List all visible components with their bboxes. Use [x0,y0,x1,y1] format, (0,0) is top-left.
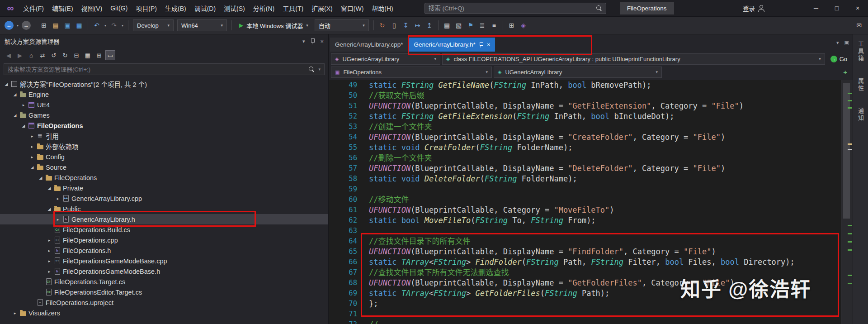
declaration-dropdown[interactable]: ◈ class FILEOPERATIONS_API UGenericArray… [442,53,825,65]
code-line[interactable]: 62static bool MoveFileTo(FString To, FSt… [329,215,841,226]
breakpoint-gutter[interactable] [329,143,337,153]
tree-item[interactable]: ≡FileOperations.uproject [0,297,328,308]
breakpoint-gutter[interactable] [329,278,337,288]
breakpoint-gutter[interactable] [329,195,337,205]
collapsed-arrow-icon[interactable]: ▸ [54,196,61,201]
tree-item[interactable]: ◢Public [0,204,328,214]
expanded-arrow-icon[interactable]: ◢ [11,113,19,118]
redo-caret-icon[interactable]: ▾ [120,20,125,31]
solution-explorer-search-input[interactable] [8,66,305,73]
code-line[interactable]: 55static void CreatFolder(FString Folder… [329,143,841,153]
expanded-arrow-icon[interactable]: ◢ [46,207,53,211]
code-line[interactable]: 51UFUNCTION(BlueprintCallable, DisplayNa… [329,101,841,111]
save-all-icon[interactable]: ▦ [74,20,85,31]
menu-item[interactable]: 分析(N) [249,1,278,15]
breakpoint-gutter[interactable] [329,111,337,122]
solution-explorer-search-box[interactable]: ▾ [4,63,325,75]
type-dropdown[interactable]: ◈ UGenericArrayLibrary ▾ [494,67,662,78]
collapsed-arrow-icon[interactable]: ▸ [28,155,36,159]
breakpoint-gutter[interactable] [329,101,337,111]
breakpoint-gutter[interactable] [329,205,337,215]
docked-tool-tab[interactable]: 工具箱 [856,41,865,62]
tree-item[interactable]: ▸Config [0,152,328,162]
breakpoint-gutter[interactable] [329,174,337,184]
hot-reload-icon[interactable]: ↻ [377,20,388,31]
solution-configuration-combo[interactable]: Develop ▾ [133,19,174,31]
expanded-arrow-icon[interactable]: ◢ [28,165,36,170]
collapsed-arrow-icon[interactable]: ▸ [11,311,19,315]
navigate-back-icon[interactable]: ← [5,21,14,30]
breakpoint-gutter[interactable] [329,163,337,174]
code-line[interactable]: 49static FString GetFileName(FString InP… [329,80,841,91]
code-line[interactable]: 66static TArray<FString> FindFolder(FStr… [329,257,841,267]
tree-item[interactable]: ◢Games [0,110,328,120]
code-line[interactable]: 68UFUNCTION(BlueprintCallable, DisplayNa… [329,278,841,288]
breakpoint-gutter[interactable] [329,236,337,247]
expanded-arrow-icon[interactable]: ◢ [3,82,10,86]
pin-icon[interactable] [479,42,483,48]
tree-item[interactable]: ▸Visualizers [0,308,328,318]
window-position-icon[interactable]: ▾ [302,38,305,44]
breakpoint-gutter[interactable] [329,299,337,309]
code-line[interactable]: 54UFUNCTION(BlueprintCallable, DisplayNa… [329,132,841,143]
step-over-icon[interactable]: ↦ [412,20,423,31]
tree-item[interactable]: ▸hFileOperationsGameModeBase.h [0,266,328,276]
collapse-all-icon[interactable]: ⊟ [71,50,81,60]
breakpoint-gutter[interactable] [329,80,337,91]
code-editor[interactable]: 49static FString GetFileName(FString InP… [329,80,853,324]
menu-item[interactable]: 文件(F) [19,1,48,15]
forward-icon[interactable]: ▶ [15,50,25,60]
editor-scrollbar[interactable] [841,80,853,324]
collapsed-arrow-icon[interactable]: ▸ [28,144,36,149]
tree-item[interactable]: C#FileOperations.Build.cs [0,224,328,235]
close-button[interactable]: × [847,0,868,16]
expanded-arrow-icon[interactable]: ◢ [11,92,19,97]
attach-mode-combo[interactable]: 自动 ▾ [315,19,369,31]
breakpoint-gutter[interactable] [329,288,337,299]
go-button[interactable]: → Go [827,53,851,65]
breakpoint-gutter[interactable] [329,267,337,278]
breakpoint-gutter[interactable] [329,122,337,132]
home-icon[interactable]: ⌂ [26,50,36,60]
back-history-caret-icon[interactable]: ▾ [15,20,20,31]
tree-item[interactable]: ▸++FileOperationsGameModeBase.cpp [0,256,328,266]
tree-item[interactable]: ◢Engine [0,89,328,100]
back-icon[interactable]: ◀ [4,50,14,60]
float-window-icon[interactable]: ▣ [844,40,849,46]
breakpoint-gutter[interactable] [329,153,337,163]
code-line[interactable]: 69static TArray<FString> GetFolderFiles(… [329,288,841,299]
maximize-button[interactable]: □ [826,0,847,16]
code-line[interactable]: 71 [329,309,841,319]
code-line[interactable]: 60//移动文件 [329,195,841,205]
tree-item[interactable]: ◢Private [0,183,328,193]
active-solution-label[interactable]: FileOperations [620,2,674,14]
start-debugging-button[interactable]: ▶ 本地 Windows 调试器 ▾ [235,19,312,31]
collapsed-arrow-icon[interactable]: ▸ [28,134,36,138]
auto-hide-pin-icon[interactable] [310,38,315,44]
expanded-arrow-icon[interactable]: ◢ [20,124,27,128]
menu-item[interactable]: 调试(D) [190,1,220,15]
active-files-dropdown-icon[interactable]: ▾ [836,40,839,46]
code-line[interactable]: 64//查找文件目录下的所有文件 [329,236,841,247]
code-line[interactable]: 61UFUNCTION(BlueprintCallable, Category … [329,205,841,215]
code-line[interactable]: 67//查找文件目录下所有文件无法删选查找 [329,267,841,278]
breakpoint-gutter[interactable] [329,184,337,195]
document-tab[interactable]: GenericArrayLibrary.h*× [409,38,495,52]
code-line[interactable]: 52static FString GetFileExtension(FStrin… [329,111,841,122]
collapsed-arrow-icon[interactable]: ▸ [20,103,27,107]
menu-item[interactable]: 编辑(E) [48,1,77,15]
tree-item[interactable]: ▸++GenericArrayLibrary.cpp [0,193,328,204]
quick-search-box[interactable] [425,3,606,14]
solution-platform-combo[interactable]: Win64 ▾ [177,19,227,31]
menu-item[interactable]: 视图(V) [77,1,107,15]
scope-dropdown[interactable]: ◈ UGenericArrayLibrary ▾ [331,53,440,65]
tree-item[interactable]: ▸++FileOperations.cpp [0,235,328,245]
breakpoint-gutter[interactable] [329,91,337,101]
code-line[interactable]: 70}; [329,299,841,309]
undo-caret-icon[interactable]: ▾ [103,20,108,31]
expanded-arrow-icon[interactable]: ◢ [37,176,44,180]
code-line[interactable]: 57UFUNCTION(BlueprintCallable, DisplayNa… [329,163,841,174]
code-line[interactable]: 72// [329,319,841,324]
collapsed-arrow-icon[interactable]: ▸ [46,248,53,253]
menu-item[interactable]: 扩展(X) [307,1,337,15]
